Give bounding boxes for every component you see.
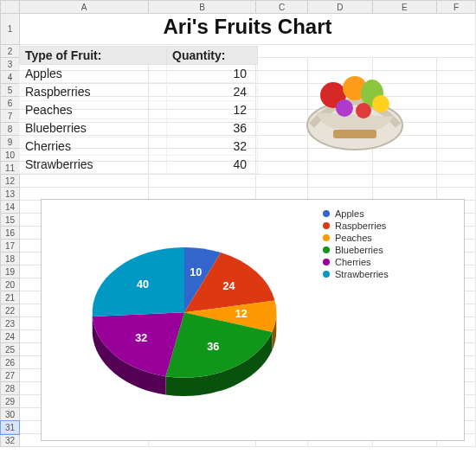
table-row: Raspberries24 (20, 83, 258, 101)
legend-swatch (323, 271, 330, 278)
legend-label: Peaches (335, 233, 372, 243)
legend-swatch (323, 234, 330, 241)
cell-fruit[interactable]: Strawberries (20, 156, 167, 174)
row-header[interactable]: 27 (1, 369, 20, 382)
table-row: Blueberries36 (20, 119, 258, 137)
row-header[interactable]: 1 (1, 14, 20, 45)
chart-legend: ApplesRaspberriesPeachesBlueberriesCherr… (323, 207, 389, 281)
row-header[interactable]: 10 (1, 149, 20, 162)
legend-swatch (323, 210, 330, 217)
row-header[interactable]: 16 (1, 227, 20, 240)
cell-qty[interactable]: 24 (167, 83, 258, 101)
table-header-row: Type of Fruit: Quantity: (20, 47, 258, 65)
table-row: Cherries32 (20, 137, 258, 156)
row-header[interactable]: 26 (1, 356, 20, 369)
pie-slice-label: 40 (137, 278, 149, 291)
table-row: Strawberries40 (20, 156, 258, 174)
row-header[interactable]: 6 (1, 97, 20, 110)
legend-swatch (323, 222, 330, 229)
legend-item[interactable]: Blueberries (323, 245, 389, 255)
row-header-selected[interactable]: 31 (1, 421, 20, 434)
svg-rect-7 (333, 130, 376, 138)
row-header[interactable]: 13 (1, 188, 20, 201)
row-header[interactable]: 2 (1, 45, 20, 58)
legend-item[interactable]: Peaches (323, 233, 389, 243)
col-header-A[interactable]: A (19, 1, 148, 14)
pie-slice-label: 36 (207, 341, 219, 353)
row-header[interactable]: 11 (1, 162, 20, 175)
table-row: Peaches12 (20, 101, 258, 119)
col-header-D[interactable]: D (308, 1, 373, 14)
page-title: Ari's Fruits Chart (19, 15, 476, 39)
header-qty: Quantity: (167, 47, 258, 65)
legend-label: Raspberries (335, 221, 386, 231)
row-header[interactable]: 21 (1, 291, 20, 304)
table-row: Apples10 (20, 65, 258, 83)
col-header-B[interactable]: B (149, 1, 256, 14)
svg-point-4 (372, 95, 389, 112)
col-header-F[interactable]: F (437, 1, 476, 14)
row-header[interactable]: 5 (1, 84, 20, 97)
cell-fruit[interactable]: Apples (20, 65, 167, 83)
pie-svg: 102412363240 (59, 208, 310, 433)
row-header[interactable]: 18 (1, 253, 20, 265)
legend-swatch (323, 246, 330, 253)
pie-slice-label: 12 (235, 309, 248, 321)
cell-qty[interactable]: 36 (167, 119, 258, 137)
cell-fruit[interactable]: Peaches (20, 101, 167, 119)
row-header[interactable]: 32 (1, 434, 20, 447)
cell-fruit[interactable]: Cherries (20, 137, 167, 156)
row-header[interactable]: 7 (1, 110, 20, 123)
legend-item[interactable]: Cherries (323, 257, 389, 267)
col-header-C[interactable]: C (256, 1, 308, 14)
col-header-E[interactable]: E (372, 1, 437, 14)
pie-slice-label: 10 (190, 266, 202, 278)
row-header[interactable]: 22 (1, 304, 20, 317)
cell-fruit[interactable]: Raspberries (20, 83, 167, 101)
pie-slice-label: 24 (223, 280, 235, 292)
row-header[interactable]: 29 (1, 395, 20, 408)
row-header[interactable]: 12 (1, 175, 20, 188)
row-header[interactable]: 3 (1, 58, 20, 71)
legend-label: Cherries (335, 257, 371, 267)
cell-qty[interactable]: 12 (167, 101, 258, 119)
legend-item[interactable]: Apples (323, 208, 389, 219)
fruit-basket-image (286, 43, 424, 151)
row-header[interactable]: 24 (1, 330, 20, 343)
row-header[interactable]: 14 (1, 201, 20, 214)
row-header[interactable]: 20 (1, 278, 20, 291)
cell-qty[interactable]: 10 (167, 65, 258, 83)
row-header[interactable]: 15 (1, 214, 20, 227)
select-all-corner[interactable] (1, 1, 20, 14)
legend-item[interactable]: Raspberries (323, 221, 389, 231)
row-header[interactable]: 23 (1, 317, 20, 330)
header-fruit: Type of Fruit: (20, 47, 167, 65)
legend-label: Strawberries (335, 269, 389, 279)
legend-label: Apples (335, 208, 364, 219)
pie-chart[interactable]: 102412363240 ApplesRaspberriesPeachesBlu… (41, 199, 465, 441)
svg-point-5 (336, 99, 353, 117)
fruits-table[interactable]: Type of Fruit: Quantity: Apples10 Raspbe… (19, 46, 258, 174)
legend-item[interactable]: Strawberries (323, 269, 389, 279)
pie-slice-label: 32 (135, 332, 147, 344)
row-header[interactable]: 4 (1, 71, 20, 84)
row-header[interactable]: 19 (1, 265, 20, 278)
cell-qty[interactable]: 32 (167, 137, 258, 156)
cell-qty[interactable]: 40 (167, 156, 258, 174)
cell-fruit[interactable]: Blueberries (20, 119, 167, 137)
row-header[interactable]: 30 (1, 408, 20, 421)
row-header[interactable]: 25 (1, 343, 20, 356)
legend-swatch (323, 259, 330, 265)
row-header[interactable]: 9 (1, 136, 20, 149)
row-header[interactable]: 17 (1, 240, 20, 253)
row-header[interactable]: 8 (1, 123, 20, 136)
svg-point-6 (356, 103, 371, 118)
row-header[interactable]: 28 (1, 382, 20, 395)
legend-label: Blueberries (335, 245, 383, 255)
